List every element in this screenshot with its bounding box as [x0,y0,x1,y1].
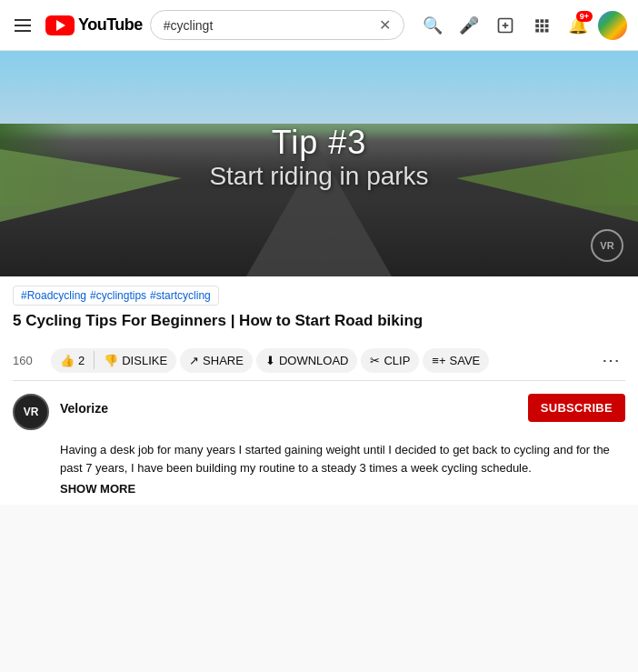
tip-number: Tip #3 [209,124,428,162]
like-count: 2 [78,354,85,367]
youtube-icon [45,15,75,35]
svg-rect-7 [541,24,544,27]
notification-count: 9+ [576,11,593,22]
vr-watermark: VR [591,229,623,262]
clip-label: CLIP [384,354,410,367]
channel-avatar[interactable]: VR [13,394,49,430]
channel-avatar-initials: VR [24,406,39,418]
thumbs-down-icon: 👎 [104,354,118,367]
channel-row: Velorize SUBSCRIBE [60,394,625,422]
svg-rect-5 [545,19,549,23]
channel-section: VR Velorize SUBSCRIBE [13,381,625,437]
more-options-button[interactable]: ⋯ [596,346,625,375]
action-bar: 160 👍 2 👎 DISLIKE ↗ SHARE ⬇ DOWNLOAD ✂ C… [13,340,625,381]
show-more-button[interactable]: SHOW MORE [60,482,625,496]
description-section: Having a desk job for many years I start… [13,437,625,496]
save-label: SAVE [450,354,481,367]
clip-icon: ✂ [370,354,380,367]
search-query-text: #cyclingt [164,18,374,33]
video-overlay: Tip #3 Start riding in parks [209,124,428,191]
svg-rect-10 [541,28,544,32]
svg-rect-9 [535,28,539,32]
apps-button[interactable] [525,9,558,42]
create-button[interactable] [489,9,522,42]
like-dislike-button[interactable]: 👍 2 👎 DISLIKE [51,348,176,373]
hashtag-roadcycling[interactable]: #Roadcycling [21,289,86,302]
svg-rect-3 [535,19,539,23]
download-button[interactable]: ⬇ DOWNLOAD [256,348,358,373]
mic-button[interactable]: 🎤 [453,9,485,42]
share-button[interactable]: ↗ SHARE [180,348,253,373]
download-icon: ⬇ [265,354,275,367]
channel-name[interactable]: Velorize [60,401,108,416]
subscribe-button[interactable]: SUBSCRIBE [528,394,625,422]
search-bar[interactable]: #cyclingt ✕ [150,10,404,40]
dislike-button[interactable]: 👎 DISLIKE [95,348,176,373]
below-video: #Roadcycling #cyclingtips #startcycling … [0,276,638,505]
header-left: YouTube [11,15,143,35]
svg-rect-11 [545,28,549,32]
tip-subtitle: Start riding in parks [209,162,428,191]
hashtags-section: #Roadcycling #cyclingtips #startcycling [13,286,625,306]
video-title: 5 Cycling Tips For Beginners | How to St… [13,311,625,331]
menu-button[interactable] [11,15,35,35]
svg-rect-6 [535,24,539,27]
clip-button[interactable]: ✂ CLIP [361,348,419,373]
download-label: DOWNLOAD [279,354,349,367]
notifications-button[interactable]: 🔔 9+ [562,9,594,42]
hashtag-cyclingtips[interactable]: #cyclingtips [90,289,146,302]
search-clear-button[interactable]: ✕ [379,16,391,34]
thumbs-up-icon: 👍 [60,354,75,367]
description-text: Having a desk job for many years I start… [60,441,625,476]
svg-rect-8 [545,24,549,27]
svg-rect-4 [541,19,544,23]
header-icons: 🔍 🎤 🔔 9+ [416,9,627,42]
share-label: SHARE [203,354,244,367]
like-button[interactable]: 👍 2 [51,348,94,373]
dislike-label: DISLIKE [122,354,167,367]
search-button[interactable]: 🔍 [416,9,449,42]
hashtag-container: #Roadcycling #cyclingtips #startcycling [13,286,219,306]
video-player[interactable]: Tip #3 Start riding in parks VR [0,51,638,276]
hashtag-startcycling[interactable]: #startcycling [150,289,211,302]
youtube-logo[interactable]: YouTube [45,15,143,35]
youtube-text: YouTube [78,15,143,35]
view-count: 160 [13,354,40,367]
user-avatar[interactable] [598,11,627,40]
channel-info: Velorize SUBSCRIBE [60,394,625,422]
save-icon: ≡+ [432,354,445,367]
header: YouTube #cyclingt ✕ 🔍 🎤 🔔 9+ [0,0,638,51]
share-icon: ↗ [189,354,199,367]
save-button[interactable]: ≡+ SAVE [423,348,489,373]
